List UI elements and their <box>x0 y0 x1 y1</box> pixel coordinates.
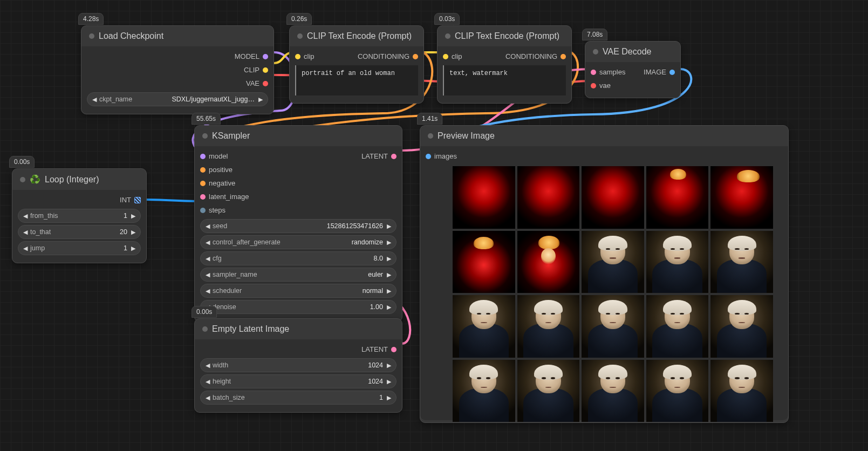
sampler-name-widget[interactable]: ◀sampler_nameeuler▶ <box>200 268 397 282</box>
port-in-latent-image[interactable] <box>200 194 206 200</box>
port-out-vae[interactable] <box>263 81 268 86</box>
prev-arrow-icon[interactable]: ◀ <box>204 239 211 246</box>
next-arrow-icon[interactable]: ▶ <box>385 304 393 311</box>
next-arrow-icon[interactable]: ▶ <box>385 362 393 369</box>
port-in-negative[interactable] <box>200 181 206 186</box>
preview-thumb[interactable] <box>646 295 709 358</box>
preview-thumb[interactable] <box>517 231 580 293</box>
to-that-widget[interactable]: ◀to_that20▶ <box>18 225 141 239</box>
node-load-checkpoint[interactable]: 4.28s Load Checkpoint MODEL CLIP VAE ◀ c… <box>81 25 274 114</box>
collapse-dot-icon[interactable] <box>428 133 433 139</box>
node-title[interactable]: KSampler <box>195 126 402 146</box>
next-arrow-icon[interactable]: ▶ <box>385 378 393 385</box>
node-clip-text-encode-positive[interactable]: 0.26s CLIP Text Encode (Prompt) clip CON… <box>289 25 424 104</box>
prev-arrow-icon[interactable]: ◀ <box>22 245 29 252</box>
preview-thumb[interactable] <box>453 360 515 422</box>
port-in-positive[interactable] <box>200 167 206 173</box>
prev-arrow-icon[interactable]: ◀ <box>204 362 211 369</box>
scheduler-widget[interactable]: ◀schedulernormal▶ <box>200 284 397 298</box>
preview-thumb[interactable] <box>517 360 580 422</box>
prev-arrow-icon[interactable]: ◀ <box>204 378 211 385</box>
node-empty-latent-image[interactable]: 0.00s Empty Latent Image LATENT ◀width10… <box>194 318 402 413</box>
prev-arrow-icon[interactable]: ◀ <box>204 288 211 295</box>
next-arrow-icon[interactable]: ▶ <box>385 223 393 230</box>
preview-thumb[interactable] <box>453 231 515 293</box>
port-out-conditioning[interactable] <box>413 54 418 59</box>
port-in-clip[interactable] <box>443 54 448 59</box>
preview-thumb[interactable] <box>582 231 644 293</box>
prompt-textarea[interactable] <box>443 65 566 95</box>
preview-thumb[interactable] <box>517 166 580 229</box>
seed-widget[interactable]: ◀seed152861253471626▶ <box>200 219 397 233</box>
port-in-samples[interactable] <box>591 70 596 75</box>
node-title[interactable]: Load Checkpoint <box>81 26 274 46</box>
port-out-conditioning[interactable] <box>561 54 566 59</box>
port-in-vae[interactable] <box>591 83 596 88</box>
collapse-dot-icon[interactable] <box>202 326 208 332</box>
port-out-latent[interactable] <box>391 347 397 352</box>
prev-arrow-icon[interactable]: ◀ <box>22 229 29 236</box>
port-out-model[interactable] <box>263 54 268 59</box>
node-title[interactable]: CLIP Text Encode (Prompt) <box>438 26 571 46</box>
batch-size-widget[interactable]: ◀batch_size1▶ <box>200 391 397 405</box>
preview-thumb[interactable] <box>646 231 709 293</box>
preview-thumb[interactable] <box>646 166 709 229</box>
node-preview-image[interactable]: 1.41s Preview Image images <box>420 125 789 423</box>
preview-thumb[interactable] <box>453 166 515 229</box>
port-out-int[interactable] <box>134 197 141 203</box>
node-title[interactable]: VAE Decode <box>585 42 680 62</box>
preview-thumb[interactable] <box>710 166 773 229</box>
next-arrow-icon[interactable]: ▶ <box>385 239 393 246</box>
collapse-dot-icon[interactable] <box>297 33 303 39</box>
prev-arrow-icon[interactable]: ◀ <box>22 213 29 220</box>
width-widget[interactable]: ◀width1024▶ <box>200 358 397 372</box>
next-arrow-icon[interactable]: ▶ <box>129 213 137 220</box>
next-arrow-icon[interactable]: ▶ <box>129 229 137 236</box>
prev-arrow-icon[interactable]: ◀ <box>204 255 211 262</box>
prev-arrow-icon[interactable]: ◀ <box>204 271 211 278</box>
node-title[interactable]: Empty Latent Image <box>195 319 402 339</box>
collapse-dot-icon[interactable] <box>20 177 25 182</box>
preview-thumb[interactable] <box>710 231 773 293</box>
next-arrow-icon[interactable]: ▶ <box>385 271 393 278</box>
from-this-widget[interactable]: ◀from_this1▶ <box>18 209 141 223</box>
node-loop-integer[interactable]: 0.00s ♻️ Loop (Integer) INT ◀from_this1▶… <box>12 168 147 263</box>
node-title[interactable]: Preview Image <box>420 126 788 146</box>
collapse-dot-icon[interactable] <box>89 33 94 39</box>
preview-thumb[interactable] <box>517 295 580 358</box>
port-out-latent[interactable] <box>391 154 397 159</box>
prompt-textarea[interactable] <box>295 65 418 95</box>
next-arrow-icon[interactable]: ▶ <box>257 96 264 103</box>
next-arrow-icon[interactable]: ▶ <box>385 255 393 262</box>
prev-arrow-icon[interactable]: ◀ <box>204 223 211 230</box>
next-arrow-icon[interactable]: ▶ <box>129 245 137 252</box>
port-in-clip[interactable] <box>295 54 300 59</box>
next-arrow-icon[interactable]: ▶ <box>385 394 393 401</box>
preview-thumb[interactable] <box>646 360 709 422</box>
height-widget[interactable]: ◀height1024▶ <box>200 374 397 388</box>
prev-arrow-icon[interactable]: ◀ <box>204 394 211 401</box>
collapse-dot-icon[interactable] <box>593 49 598 54</box>
node-clip-text-encode-negative[interactable]: 0.03s CLIP Text Encode (Prompt) clip CON… <box>437 25 572 104</box>
ckpt-name-selector[interactable]: ◀ ckpt_name SDXL/juggernautXL_jugg… ▶ <box>87 92 268 106</box>
preview-thumb[interactable] <box>453 295 515 358</box>
port-in-model[interactable] <box>200 154 206 159</box>
jump-widget[interactable]: ◀jump1▶ <box>18 241 141 255</box>
next-arrow-icon[interactable]: ▶ <box>385 288 393 295</box>
preview-thumb[interactable] <box>582 166 644 229</box>
denoise-widget[interactable]: ◀denoise1.00▶ <box>200 300 397 314</box>
port-in-steps[interactable] <box>200 208 206 213</box>
node-title[interactable]: ♻️ Loop (Integer) <box>12 169 146 190</box>
port-out-clip[interactable] <box>263 67 268 73</box>
preview-thumb[interactable] <box>710 295 773 358</box>
preview-thumb[interactable] <box>710 360 773 422</box>
cfg-widget[interactable]: ◀cfg8.0▶ <box>200 251 397 265</box>
prev-arrow-icon[interactable]: ◀ <box>91 96 98 103</box>
control-after-generate-widget[interactable]: ◀control_after_generaterandomize▶ <box>200 235 397 249</box>
node-title[interactable]: CLIP Text Encode (Prompt) <box>290 26 423 46</box>
preview-thumb[interactable] <box>582 295 644 358</box>
preview-thumb[interactable] <box>582 360 644 422</box>
collapse-dot-icon[interactable] <box>445 33 450 39</box>
port-out-image[interactable] <box>669 70 675 75</box>
collapse-dot-icon[interactable] <box>202 133 208 139</box>
